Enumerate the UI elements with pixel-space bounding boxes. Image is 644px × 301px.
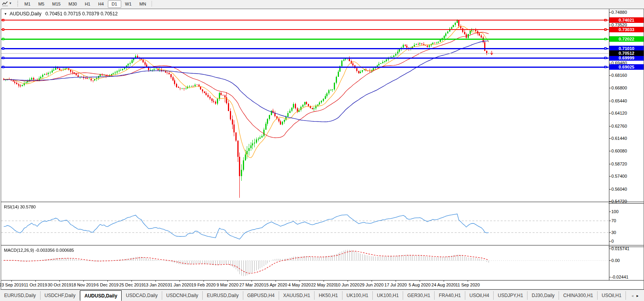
- price-axis-label: 0.57400: [611, 174, 627, 178]
- price-line-tag: 0.69025: [609, 64, 644, 70]
- price-axis-tick: [609, 201, 611, 202]
- date-axis-tick: [204, 280, 204, 282]
- macd-axis-tick: [609, 277, 611, 277]
- timeframe-button-m15[interactable]: M15: [48, 0, 65, 8]
- price-axis-label: 0.56040: [611, 187, 627, 191]
- date-axis-tick: [180, 280, 180, 282]
- timeframe-button-w1[interactable]: W1: [121, 0, 136, 8]
- price-axis-tick: [609, 126, 611, 126]
- price-axis-label: 0.64120: [611, 111, 627, 115]
- rsi-pane-canvas[interactable]: [1, 203, 609, 245]
- timeframe-button-m30[interactable]: M30: [65, 0, 81, 8]
- price-axis-label: 0.60080: [611, 149, 627, 153]
- chart-tab-china300-16[interactable]: CHINA300,H1: [559, 291, 598, 300]
- chart-tab-uk100-10[interactable]: UK100,H1: [373, 291, 403, 300]
- macd-axis-label: -0.02441: [611, 275, 628, 279]
- rsi-axis-label: 30: [611, 230, 616, 235]
- date-axis-tick: [35, 280, 36, 282]
- timeframe-button-h1[interactable]: H1: [81, 0, 94, 8]
- price-axis-tick: [609, 75, 611, 76]
- rsi-axis-label: 100: [611, 209, 618, 214]
- date-axis-tick: [107, 280, 108, 282]
- chart-tab-fra40-12[interactable]: FRA40,H1: [435, 291, 465, 300]
- price-line-tag: 0.69999: [609, 55, 644, 61]
- date-axis-tick: [59, 280, 60, 282]
- price-axis-tick: [609, 63, 611, 63]
- chart-type-dropdown-icon[interactable]: ▾: [9, 1, 11, 5]
- price-axis-label: 0.66800: [611, 85, 627, 90]
- chart-tab-gbpusd-6[interactable]: GBPUSD,H4: [243, 291, 279, 300]
- price-axis-label: 0.61440: [611, 136, 627, 141]
- price-axis-tick: [609, 101, 611, 101]
- date-axis-tick: [155, 280, 156, 282]
- date-axis-tick: [420, 280, 420, 282]
- timeframe-button-mn[interactable]: MN: [135, 0, 150, 8]
- collapse-triangle-icon[interactable]: ▼: [4, 12, 7, 16]
- price-axis-tick: [609, 88, 611, 88]
- chart-tab-audusd-2[interactable]: AUDUSD,Daily: [80, 290, 122, 301]
- chart-title: ▼ AUDUSD,Daily 0.70451 0.70715 0.70379 0…: [4, 11, 118, 17]
- timeframe-button-h4[interactable]: H4: [94, 0, 107, 8]
- price-axis-label: 0.62760: [611, 124, 627, 128]
- tab-scroll-left-icon[interactable]: ◂: [631, 294, 633, 298]
- price-axis-tick: [609, 138, 611, 139]
- timeframe-buttons: M1M5M15M30H1H4D1W1MN: [20, 0, 154, 8]
- chart-tab-usdjpy-14[interactable]: USDJPY,H1: [494, 291, 527, 300]
- chart-tab-dj30-15[interactable]: DJ30,Daily: [527, 291, 559, 300]
- date-axis-tick: [444, 280, 444, 282]
- date-axis-border: [1, 280, 644, 281]
- chart-tab-usdchf-1[interactable]: USDCHF,Daily: [41, 291, 80, 300]
- chart-tab-eurusd-0[interactable]: EURUSD,Daily: [0, 291, 41, 300]
- date-axis-tick: [468, 280, 468, 282]
- chart-window: ▼ AUDUSD,Daily 0.70451 0.70715 0.70379 0…: [1, 9, 644, 290]
- macd-pane-canvas[interactable]: [1, 247, 609, 280]
- price-axis-tick: [609, 113, 611, 113]
- price-chart-canvas[interactable]: [1, 9, 609, 202]
- date-axis-tick: [300, 280, 300, 282]
- date-axis-tick: [396, 280, 396, 282]
- mt4-window: ▾ M1M5M15M30H1H4D1W1MN ▼ AUDUSD,Daily 0.…: [0, 0, 644, 301]
- price-axis-label: 0.65440: [611, 98, 627, 103]
- chart-tab-bar: EURUSD,DailyUSDCHF,DailyAUDUSD,DailyUSDC…: [0, 290, 644, 301]
- timeframe-toolbar: ▾ M1M5M15M30H1H4D1W1MN: [0, 0, 644, 7]
- price-axis-label: 0.74880: [611, 10, 627, 15]
- date-axis-tick: [324, 280, 324, 282]
- rsi-axis-tick: [609, 221, 611, 221]
- date-axis-tick: [228, 280, 228, 282]
- date-axis-tick: [276, 280, 276, 282]
- rsi-axis-tick: [609, 241, 611, 242]
- macd-axis-tick: [609, 249, 611, 249]
- timeframe-button-m5[interactable]: M5: [34, 0, 48, 8]
- date-axis-tick: [252, 280, 252, 282]
- price-axis-tick: [609, 176, 611, 177]
- chart-tab-xauusd-7[interactable]: XAUUSD,H1: [279, 291, 315, 300]
- symbol-period-label: AUDUSD,Daily: [10, 11, 42, 17]
- date-axis-tick: [348, 280, 348, 282]
- chart-tab-usoil-17[interactable]: USOil,H1: [598, 291, 626, 300]
- price-line-tag: 0.74021: [609, 17, 644, 23]
- date-axis-tick: [11, 280, 12, 282]
- price-line-tag: 0.72022: [609, 36, 644, 42]
- chart-line-icon[interactable]: [2, 1, 8, 8]
- macd-axis-label: 0.00: [611, 258, 620, 263]
- price-axis-label: 0.54720: [611, 199, 627, 204]
- date-axis-tick: [372, 280, 372, 282]
- chart-tab-usdcad-3[interactable]: USDCAD,Daily: [122, 291, 162, 300]
- rsi-axis-label: 70: [611, 218, 616, 223]
- chart-tab-uk100-9[interactable]: UK100,H1: [342, 291, 373, 300]
- tab-scroll-buttons: ◂▸: [626, 290, 644, 301]
- macd-indicator-label: MACD(12,26,9) -0.003356 0.000685: [4, 248, 74, 253]
- price-axis-label: 0.68160: [611, 73, 627, 78]
- chart-tab-eurusd-5[interactable]: EURUSD,Daily: [203, 291, 243, 300]
- chart-tab-ger30-11[interactable]: GER30,H1: [403, 291, 435, 300]
- date-axis-tick: [131, 280, 132, 282]
- price-axis-tick: [609, 164, 611, 164]
- chart-tab-hk50-8[interactable]: HK50,H1: [315, 291, 342, 300]
- timeframe-button-m1[interactable]: M1: [20, 0, 34, 8]
- chart-tab-usoil-13[interactable]: USOil,H4: [465, 291, 494, 300]
- tab-scroll-right-icon[interactable]: ▸: [637, 294, 638, 298]
- rsi-indicator-label: RSI(14) 30.5780: [4, 204, 36, 209]
- timeframe-button-d1[interactable]: D1: [108, 0, 121, 8]
- chart-tab-usdcnh-4[interactable]: USDCNH,Daily: [162, 291, 203, 300]
- ohlc-quote: 0.70451 0.70715 0.70379 0.70512: [45, 11, 118, 17]
